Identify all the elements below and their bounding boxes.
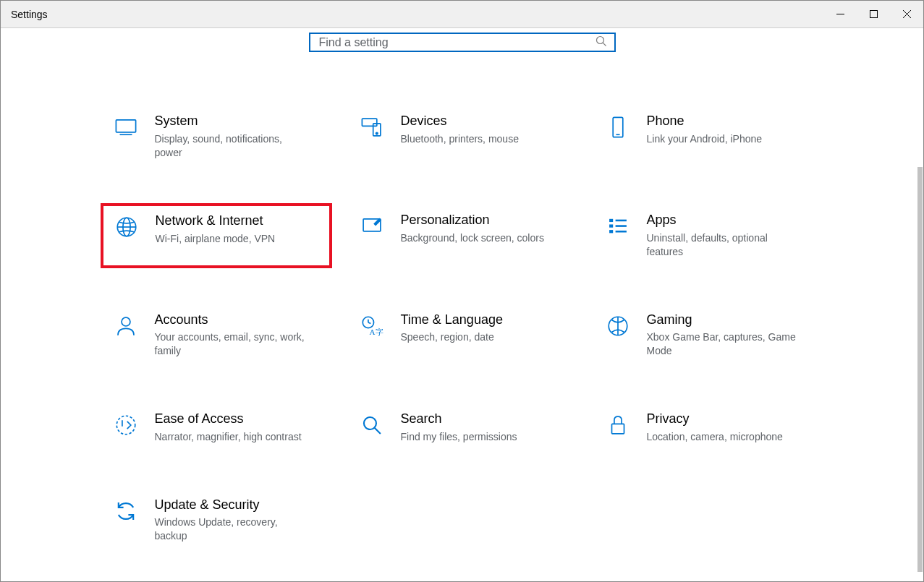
tile-subtitle: Link your Android, iPhone	[647, 132, 763, 146]
phone-icon	[603, 114, 632, 140]
privacy-icon	[603, 411, 632, 437]
tile-subtitle: Bluetooth, printers, mouse	[401, 132, 519, 146]
maximize-icon	[870, 10, 878, 18]
svg-line-5	[603, 43, 606, 46]
svg-rect-33	[611, 424, 624, 434]
tile-gaming[interactable]: Gaming Xbox Game Bar, captures, Game Mod…	[593, 303, 824, 367]
search-input[interactable]	[319, 36, 595, 49]
tile-subtitle: Xbox Game Bar, captures, Game Mode	[647, 330, 799, 358]
tile-subtitle: Speech, region, date	[401, 330, 503, 344]
apps-icon	[603, 213, 632, 239]
close-icon	[903, 10, 911, 18]
accounts-icon	[111, 312, 140, 338]
svg-text:A字: A字	[369, 328, 383, 336]
time-language-icon: A字	[357, 312, 386, 338]
tile-title: Network & Internet	[156, 213, 276, 229]
svg-point-4	[596, 36, 603, 43]
tile-title: Apps	[647, 213, 799, 228]
window-controls	[823, 1, 923, 27]
svg-point-10	[376, 132, 378, 134]
ease-of-access-icon	[111, 411, 140, 437]
window-title: Settings	[1, 9, 48, 20]
svg-rect-19	[609, 230, 613, 233]
tile-system[interactable]: System Display, sound, notifications, po…	[101, 104, 332, 168]
content-area: System Display, sound, notifications, po…	[1, 28, 923, 581]
tile-subtitle: Narrator, magnifier, high contrast	[155, 430, 302, 444]
search-tile-icon	[357, 411, 386, 437]
tile-subtitle: Location, camera, microphone	[647, 430, 783, 444]
search-box[interactable]	[309, 33, 616, 52]
tile-search[interactable]: Search Find my files, permissions	[347, 402, 578, 453]
tile-subtitle: Uninstall, defaults, optional features	[647, 231, 799, 259]
tile-title: Ease of Access	[155, 411, 302, 427]
tile-title: Personalization	[401, 213, 544, 228]
svg-line-32	[374, 428, 381, 435]
gaming-icon	[603, 312, 632, 338]
svg-rect-22	[615, 231, 626, 233]
tile-title: System	[155, 114, 307, 129]
devices-icon	[357, 114, 386, 140]
tile-update[interactable]: Update & Security Windows Update, recove…	[101, 488, 332, 552]
svg-rect-18	[609, 225, 613, 228]
svg-point-30	[116, 416, 135, 435]
tile-accounts[interactable]: Accounts Your accounts, email, sync, wor…	[101, 303, 332, 367]
tile-subtitle: Find my files, permissions	[401, 430, 517, 444]
svg-rect-20	[615, 220, 626, 222]
titlebar: Settings	[1, 1, 923, 28]
tile-title: Gaming	[647, 312, 799, 328]
maximize-button[interactable]	[857, 1, 890, 27]
tile-phone[interactable]: Phone Link your Android, iPhone	[593, 104, 824, 168]
tile-ease[interactable]: Ease of Access Narrator, magnifier, high…	[101, 402, 332, 453]
svg-rect-21	[615, 226, 626, 228]
tile-subtitle: Background, lock screen, colors	[401, 231, 544, 245]
tile-title: Search	[401, 411, 517, 427]
tile-subtitle: Display, sound, notifications, power	[155, 132, 307, 160]
personalization-icon	[357, 213, 386, 239]
tile-subtitle: Your accounts, email, sync, work, family	[155, 330, 307, 358]
svg-point-23	[122, 317, 130, 326]
tile-title: Accounts	[155, 312, 307, 328]
scrollbar[interactable]	[917, 167, 923, 572]
minimize-button[interactable]	[823, 1, 857, 27]
minimize-icon	[836, 10, 844, 18]
tile-subtitle: Windows Update, recovery, backup	[155, 515, 307, 543]
search-icon	[595, 35, 607, 50]
settings-window: Settings Sy	[0, 0, 924, 582]
close-button[interactable]	[890, 1, 923, 27]
tile-time[interactable]: A字 Time & Language Speech, region, date	[347, 303, 578, 367]
settings-grid: System Display, sound, notifications, po…	[101, 104, 824, 581]
svg-rect-1	[870, 11, 877, 18]
svg-rect-17	[609, 219, 613, 222]
svg-rect-6	[116, 120, 135, 132]
tile-privacy[interactable]: Privacy Location, camera, microphone	[593, 402, 824, 453]
tile-title: Devices	[401, 114, 519, 129]
svg-rect-8	[362, 119, 376, 126]
tile-personalization[interactable]: Personalization Background, lock screen,…	[347, 203, 578, 268]
tile-devices[interactable]: Devices Bluetooth, printers, mouse	[347, 104, 578, 168]
tile-apps[interactable]: Apps Uninstall, defaults, optional featu…	[593, 203, 824, 268]
tile-title: Time & Language	[401, 312, 503, 328]
tile-subtitle: Wi-Fi, airplane mode, VPN	[156, 232, 276, 246]
globe-icon	[112, 213, 141, 239]
svg-line-26	[368, 322, 370, 324]
tile-network[interactable]: Network & Internet Wi-Fi, airplane mode,…	[101, 203, 332, 268]
tile-title: Privacy	[647, 411, 783, 427]
tile-title: Update & Security	[155, 497, 307, 513]
update-icon	[111, 497, 140, 523]
tile-title: Phone	[647, 114, 763, 129]
system-icon	[111, 114, 140, 140]
